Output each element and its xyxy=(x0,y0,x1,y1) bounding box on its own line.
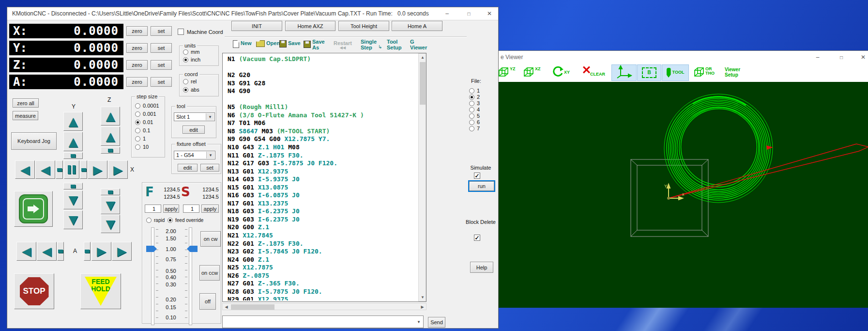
viewer-canvas[interactable]: Y x xyxy=(436,82,868,308)
feed-hold-button[interactable]: FEED HOLD xyxy=(80,273,121,309)
bounding-box-button[interactable]: B xyxy=(637,64,661,81)
tool-slot-select[interactable]: Slot 1▾ xyxy=(174,112,215,121)
close-button[interactable]: ✕ xyxy=(480,7,499,20)
home-axz-button[interactable]: Home AXZ xyxy=(285,21,335,31)
speed-apply-button[interactable]: apply xyxy=(201,205,219,213)
jog-z-plus-fast-button[interactable]: ▲ xyxy=(101,107,120,126)
minimize-button[interactable]: – xyxy=(436,7,458,20)
scroll-down-icon[interactable]: ▼ xyxy=(419,294,426,301)
zero-x-button[interactable]: zero xyxy=(126,26,148,36)
zero-y-button[interactable]: zero xyxy=(126,43,148,53)
fixture-offset-select[interactable]: 1 - G54▾ xyxy=(174,151,215,159)
jog-x-minus-button[interactable]: ◀ xyxy=(35,160,55,179)
editor-vscrollbar[interactable]: ▲ ▼ xyxy=(418,53,426,301)
jog-z-plus-step-button[interactable] xyxy=(101,147,120,154)
jog-y-plus-button[interactable]: ▲ xyxy=(63,132,83,151)
file-select-radio-5[interactable]: 5 xyxy=(469,113,480,119)
jog-z-minus-button[interactable]: ▼ xyxy=(101,196,120,214)
coord-abs-radio[interactable]: abs xyxy=(183,87,199,93)
run-button[interactable]: run xyxy=(469,181,494,191)
fixture-edit-button[interactable]: edit xyxy=(178,164,198,172)
zero-a-button[interactable]: zero xyxy=(126,77,148,87)
clear-button[interactable]: CLEAR xyxy=(582,66,605,77)
g-viewer-button[interactable]: G Viewer xyxy=(410,39,428,50)
machine-coord-checkbox[interactable] xyxy=(178,29,184,35)
jog-a-plus-step-button[interactable] xyxy=(84,242,91,261)
jog-a-plus-fast-button[interactable]: ▶ xyxy=(112,242,132,261)
jog-x-plus-step-button[interactable] xyxy=(80,160,87,179)
jog-a-minus-button[interactable]: ◀ xyxy=(37,242,57,261)
jog-x-plus-button[interactable]: ▶ xyxy=(88,160,107,179)
show-tool-button[interactable]: TOOL xyxy=(662,64,689,81)
jog-z-minus-fast-button[interactable]: ▼ xyxy=(101,215,120,233)
file-select-radio-3[interactable]: 3 xyxy=(469,100,480,106)
fixture-set-button[interactable]: set xyxy=(200,164,219,172)
file-select-radio-1[interactable]: 1 xyxy=(469,88,480,94)
set-x-button[interactable]: set xyxy=(151,26,172,36)
units-mm-radio[interactable]: mm xyxy=(183,49,199,55)
open-file-button[interactable]: Open xyxy=(256,40,280,47)
jog-y-plus-fast-button[interactable]: ▲ xyxy=(63,112,83,131)
mdi-command-input[interactable]: ▾ xyxy=(222,315,424,328)
jog-a-minus-fast-button[interactable]: ◀ xyxy=(16,242,36,261)
tool-setup-button[interactable]: Tool Setup xyxy=(387,39,403,50)
step-size-radio-1[interactable]: 1 xyxy=(135,136,146,142)
file-select-radio-7[interactable]: 7 xyxy=(469,126,480,131)
jog-z-minus-step-button[interactable] xyxy=(101,189,120,195)
viewer-maximize-button[interactable]: □ xyxy=(831,51,852,63)
tool-height-button[interactable]: Tool Height xyxy=(338,21,389,31)
editor-hscrollbar[interactable]: ◀ ▶ xyxy=(222,303,426,310)
init-button[interactable]: INIT xyxy=(231,21,282,31)
scroll-left-icon[interactable]: ◀ xyxy=(223,303,230,311)
home-a-button[interactable]: Home A xyxy=(392,21,442,31)
block-delete-checkbox[interactable]: ✓ xyxy=(474,235,480,241)
jog-x-plus-fast-button[interactable]: ▶ xyxy=(108,160,128,179)
set-z-button[interactable]: set xyxy=(151,60,172,70)
step-size-radio-0.0001[interactable]: 0.0001 xyxy=(135,103,159,109)
maximize-button[interactable]: □ xyxy=(458,7,480,20)
rapid-radio[interactable]: rapid xyxy=(146,218,165,223)
save-button[interactable]: Save xyxy=(279,40,301,47)
scroll-right-icon[interactable]: ▶ xyxy=(419,303,426,311)
zero-z-button[interactable]: zero xyxy=(126,60,148,70)
step-size-radio-0.001[interactable]: 0.001 xyxy=(135,111,156,117)
spindle-off-button[interactable]: off xyxy=(199,293,216,310)
coord-rel-radio[interactable]: rel xyxy=(183,79,197,84)
new-file-button[interactable]: New xyxy=(233,40,252,48)
feed-slider-track[interactable] xyxy=(151,227,154,325)
ortho-button[interactable]: OR THO xyxy=(694,67,715,79)
view-xz-button[interactable]: XZ xyxy=(523,67,541,79)
set-y-button[interactable]: set xyxy=(151,43,172,53)
main-titlebar[interactable]: KMotionCNC - Disconnected - C:\Users\SLi… xyxy=(7,7,498,20)
viewer-setup-button[interactable]: Viewer Setup xyxy=(725,67,749,78)
restart-button[interactable]: Restart ◀◀ xyxy=(334,40,352,50)
step-size-radio-0.01[interactable]: 0.01 xyxy=(135,119,153,125)
feed-override-radio[interactable]: feed override xyxy=(168,218,203,223)
tool-edit-button[interactable]: edit xyxy=(183,126,205,134)
feed-override-input[interactable]: 1 xyxy=(145,205,161,213)
jog-x-minus-step-button[interactable] xyxy=(56,160,63,179)
cycle-start-button[interactable] xyxy=(14,191,53,227)
feed-slider-thumb[interactable] xyxy=(146,246,157,252)
step-size-radio-10[interactable]: 10 xyxy=(135,144,149,150)
jog-y-minus-step-button[interactable] xyxy=(63,183,83,189)
scroll-up-icon[interactable]: ▲ xyxy=(419,54,426,61)
jog-a-plus-button[interactable]: ▶ xyxy=(91,242,111,261)
spindle-on-ccw-button[interactable]: on ccw xyxy=(199,265,220,281)
speed-override-input[interactable]: 1 xyxy=(183,205,199,213)
jog-pause-button[interactable] xyxy=(64,160,79,179)
step-size-radio-0.1[interactable]: 0.1 xyxy=(135,127,150,133)
view-yz-button[interactable]: YZ xyxy=(498,67,516,79)
single-step-button[interactable]: Single Step ↳ xyxy=(361,39,382,50)
viewer-titlebar[interactable]: e Viewer – □ ✕ xyxy=(436,51,868,64)
file-select-radio-4[interactable]: 4 xyxy=(469,107,480,112)
zero-all-button[interactable]: zero all xyxy=(13,98,39,108)
keyboard-jog-button[interactable]: Keyboard Jog xyxy=(11,132,57,150)
set-a-button[interactable]: set xyxy=(151,77,172,87)
gcode-editor[interactable]: N1 (Vacuum Cap.SLDPRT) N2 G20N3 G91 G28N… xyxy=(222,53,426,302)
stop-button[interactable]: STOP xyxy=(14,273,54,309)
feed-apply-button[interactable]: apply xyxy=(163,205,179,213)
file-select-radio-6[interactable]: 6 xyxy=(469,119,480,125)
save-as-button[interactable]: Save As xyxy=(304,39,328,50)
rotate-xy-button[interactable]: XY xyxy=(552,66,570,80)
